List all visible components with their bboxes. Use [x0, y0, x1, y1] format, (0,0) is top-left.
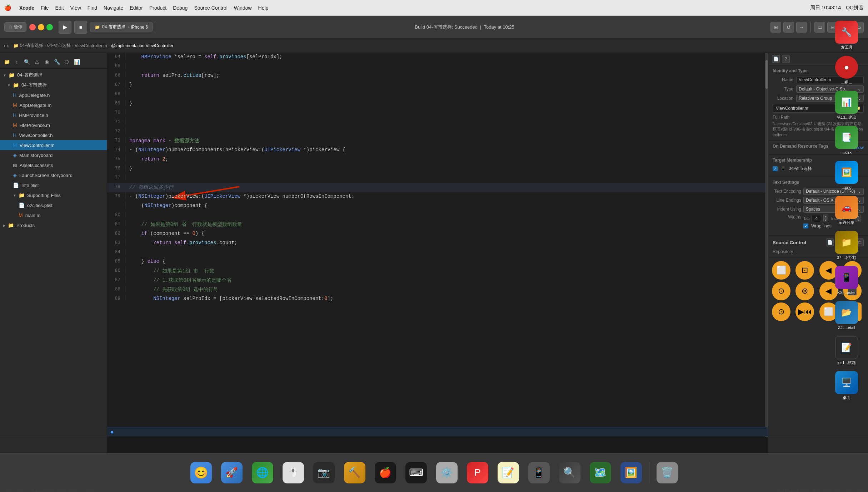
menu-debug[interactable]: Debug: [173, 5, 188, 11]
sidebar-item-products[interactable]: ▶ 📁 Products: [0, 220, 107, 230]
dock-qq[interactable]: P: [463, 458, 492, 487]
sidebar-item-launchscreen[interactable]: ◈ LaunchScreen.storyboard: [0, 170, 107, 180]
breadcrumb-arrow-3: ›: [109, 44, 110, 48]
xc-btn-10[interactable]: ▶⏮: [795, 302, 814, 321]
menu-navigate[interactable]: Navigate: [104, 5, 123, 11]
dock-notes[interactable]: 📝: [494, 458, 523, 487]
dock-mouse[interactable]: 🖱️: [279, 458, 308, 487]
stop-button[interactable]: ■: [74, 21, 87, 34]
xc-btn-6[interactable]: ⊚: [795, 282, 814, 300]
pause-button[interactable]: ⏸ 暂停: [4, 22, 26, 32]
menu-help[interactable]: Help: [258, 5, 269, 11]
traffic-light-green[interactable]: [46, 24, 53, 30]
dock-tools[interactable]: 🔨: [340, 458, 369, 487]
debug-icon[interactable]: 🔧: [53, 58, 61, 66]
menu-source-control[interactable]: Source Control: [194, 5, 227, 11]
xc-btn-5[interactable]: ⊙: [772, 282, 790, 300]
breadcrumb-arrow-1: ›: [45, 44, 46, 48]
sidebar-item-info-plist[interactable]: 📄 Info.plist: [0, 180, 107, 190]
quick-help-btn[interactable]: ?: [782, 55, 790, 63]
breadcrumb-back-button[interactable]: ‹: [4, 43, 5, 49]
code-line-80: 80: [107, 211, 768, 220]
desktop-icon-kaifa[interactable]: 🔧 发工具: [830, 19, 863, 51]
menu-find[interactable]: Find: [88, 5, 97, 11]
sidebar-item-group[interactable]: ▼ 📁 04-省市选择: [0, 80, 107, 90]
folder-icon[interactable]: 📁: [3, 58, 11, 66]
target-checkbox[interactable]: ✓: [773, 166, 778, 171]
desktop-icon-chardan[interactable]: 🚗 车丹分享: [830, 195, 863, 227]
menu-view[interactable]: View: [70, 5, 81, 11]
desktop-icon-png[interactable]: 🖼️ ...png: [830, 159, 863, 192]
search-icon[interactable]: 🔍: [23, 58, 31, 66]
sidebar-item-project[interactable]: ▼ 📁 04-省市选择: [0, 70, 107, 80]
sidebar-item-main-storyboard[interactable]: ◈ Main.storyboard: [0, 150, 107, 160]
xc-btn-9[interactable]: ⊙: [772, 302, 790, 321]
menu-edit[interactable]: Edit: [55, 5, 64, 11]
dock-finder2[interactable]: 🔍: [555, 458, 584, 487]
breadcrumb-item-1[interactable]: 04-省市选择: [20, 43, 43, 49]
desktop-icon-zjl[interactable]: 📂 ZJL...etail: [830, 300, 863, 332]
xc-btn-2[interactable]: ⊡: [795, 261, 814, 280]
report-icon[interactable]: 📊: [73, 58, 81, 66]
sidebar-item-o2cities-plist[interactable]: 📄 o2cities.plist: [0, 200, 107, 210]
code-editor[interactable]: 64 HMProvince *selPro = self.provinces[s…: [107, 53, 768, 437]
xc-btn-1[interactable]: ⬜: [772, 261, 790, 280]
sidebar-item-main-m[interactable]: M main.m: [0, 210, 107, 220]
sidebar-item-appdelegate-m[interactable]: M AppDelegate.m: [0, 100, 107, 110]
dock-terminal[interactable]: ⌨: [402, 458, 430, 487]
menu-product[interactable]: Product: [149, 5, 166, 11]
sidebar-item-viewcontroller-m[interactable]: M ViewController.m: [0, 140, 107, 150]
vcs-icon[interactable]: ↕: [13, 58, 21, 66]
test-icon[interactable]: ◉: [43, 58, 51, 66]
sidebar-item-hmprovince-m[interactable]: M HMProvince.m: [0, 120, 107, 130]
traffic-light-yellow[interactable]: [38, 24, 44, 30]
breadcrumb-forward-button[interactable]: ›: [7, 43, 9, 49]
desktop-icon-ios1[interactable]: 📝 ios1...试题: [830, 335, 863, 367]
dock-phone[interactable]: 📱: [525, 458, 553, 487]
desktop-icon-ksi[interactable]: 📱 KSI...aster: [830, 265, 863, 297]
desktop-icon-desktop[interactable]: 🖥️ 桌面: [830, 370, 863, 402]
desktop-icon-xlsx[interactable]: 📑 ...xlsx: [830, 124, 863, 157]
dock-apple-store[interactable]: 🍎: [371, 458, 400, 487]
play-button[interactable]: ▶: [59, 21, 71, 34]
warning-icon[interactable]: ⚠: [33, 58, 41, 66]
desktop-icon-red-dot[interactable]: ● ...视...: [830, 54, 863, 87]
breakpoint-icon[interactable]: ⬡: [63, 58, 71, 66]
tab-width-value[interactable]: 4: [811, 215, 822, 222]
apple-menu-icon[interactable]: 🍎: [4, 4, 11, 11]
tab-stepper-down[interactable]: ▼: [823, 218, 828, 222]
dock-finder[interactable]: 😊: [187, 458, 215, 487]
line-endings-label: Line Endings: [773, 198, 801, 203]
dock-photo[interactable]: 🖼️: [617, 458, 645, 487]
traffic-light-red[interactable]: [29, 24, 36, 30]
menu-xcode[interactable]: Xcode: [19, 5, 34, 11]
dock-settings[interactable]: ⚙️: [433, 458, 461, 487]
dock-trash[interactable]: 🗑️: [653, 458, 682, 487]
toolbar-icon-3[interactable]: →: [796, 22, 807, 33]
toolbar-icon-4[interactable]: ▭: [814, 22, 825, 33]
menu-window[interactable]: Window: [234, 5, 252, 11]
tab-stepper-up[interactable]: ▲: [823, 215, 828, 218]
code-line-79: 79 - (NSInteger)pickerView:(UIPickerView…: [107, 192, 768, 202]
dock-safari[interactable]: 🌐: [248, 458, 277, 487]
breadcrumb-item-3[interactable]: ViewController.m: [75, 43, 107, 48]
file-inspector-btn[interactable]: 📄: [772, 55, 780, 63]
breadcrumb-current-item[interactable]: @implementation ViewController: [111, 43, 174, 48]
wrap-lines-checkbox[interactable]: ✓: [803, 223, 808, 228]
dock-launchpad[interactable]: 🚀: [218, 458, 246, 487]
dock-camera[interactable]: 📷: [310, 458, 338, 487]
sidebar-item-assets[interactable]: ⊠ Assets.xcassets: [0, 160, 107, 170]
sidebar-item-viewcontroller-h[interactable]: H ViewController.h: [0, 130, 107, 140]
desktop-icon-07[interactable]: 📁 07-...(优化): [830, 230, 863, 262]
breadcrumb-item-2[interactable]: 04-省市选择: [47, 43, 70, 49]
scheme-selector[interactable]: 📁 04-省市选择 › iPhone 6: [90, 22, 153, 32]
menu-editor[interactable]: Editor: [130, 5, 143, 11]
sidebar-item-hmprovince-h[interactable]: H HMProvince.h: [0, 110, 107, 120]
sidebar-item-appdelegate-h[interactable]: H AppDelegate.h: [0, 90, 107, 100]
toolbar-icon-2[interactable]: ↺: [783, 22, 794, 33]
menu-file[interactable]: File: [41, 5, 49, 11]
dock-map[interactable]: 🗺️: [586, 458, 615, 487]
sidebar-item-supporting-files[interactable]: ▼ 📁 Supporting Files: [0, 190, 107, 200]
desktop-icon-13[interactable]: 📊 第13...建班: [830, 89, 863, 122]
toolbar-icon-1[interactable]: ⊞: [770, 22, 781, 33]
